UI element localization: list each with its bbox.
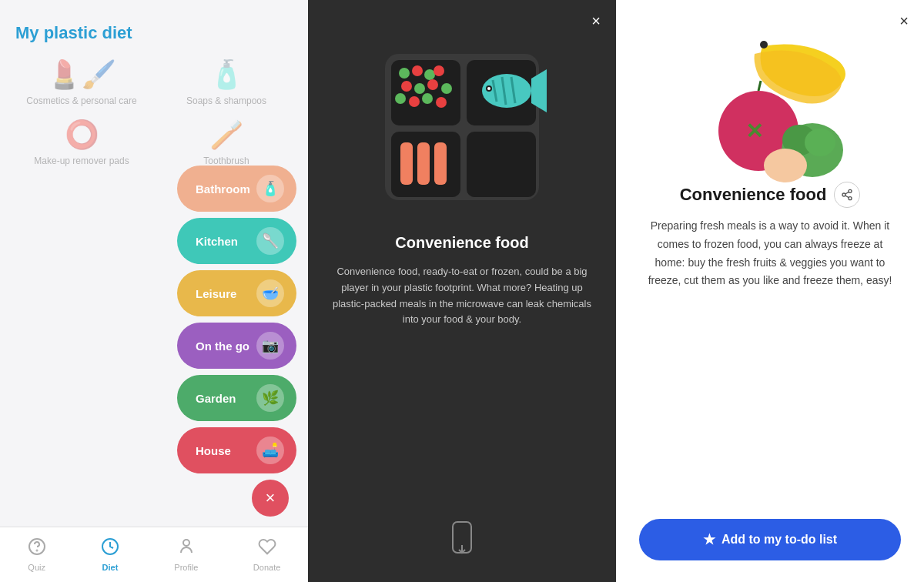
modal-description: Convenience food, ready-to-eat or frozen… <box>308 252 616 340</box>
svg-point-16 <box>436 97 447 108</box>
leisure-icon: 🥣 <box>256 279 284 307</box>
category-menu: Bathroom 🧴 Kitchen 🥄 Leisure 🥣 On the go… <box>177 166 296 473</box>
nav-profile[interactable]: Profile <box>174 537 198 572</box>
food-tray-svg <box>377 46 547 208</box>
donate-label: Donate <box>253 563 280 572</box>
right-description: Preparing fresh meals is a way to avoid … <box>639 217 901 290</box>
grid-item-soaps: 🧴 Soaps & shampoos <box>160 59 293 106</box>
app-title: My plastic diet <box>0 0 308 59</box>
svg-point-10 <box>414 83 425 94</box>
grid-item-toothbrush: 🪥 Toothbrush <box>160 119 293 166</box>
svg-point-11 <box>427 79 438 90</box>
menu-item-onthego[interactable]: On the go 📷 <box>177 323 296 369</box>
profile-label: Profile <box>174 563 198 572</box>
modal-close-button[interactable]: × <box>591 12 601 30</box>
scroll-phone-icon <box>450 520 474 559</box>
makeup-label: Make-up remover pads <box>34 156 129 166</box>
svg-point-13 <box>395 93 406 104</box>
svg-point-1 <box>36 550 37 551</box>
star-icon: ★ <box>703 531 715 548</box>
menu-item-garden[interactable]: Garden 🌿 <box>177 375 296 421</box>
svg-point-5 <box>399 68 410 79</box>
scroll-hint <box>450 520 474 559</box>
menu-item-leisure[interactable]: Leisure 🥣 <box>177 270 296 316</box>
svg-point-2 <box>183 540 189 546</box>
house-icon: 🛋️ <box>256 436 284 464</box>
toothbrush-icon: 🪥 <box>209 119 244 151</box>
quiz-icon <box>28 537 46 560</box>
svg-line-38 <box>758 81 761 91</box>
bottom-nav: Quiz Diet Profile <box>0 527 308 582</box>
right-detail-panel: × ✕ Convenience food <box>616 0 924 582</box>
svg-point-37 <box>764 149 807 182</box>
soaps-label: Soaps & shampoos <box>186 95 266 106</box>
cosmetics-label: Cosmetics & personal care <box>26 95 136 106</box>
fruits-svg: ✕ <box>685 31 870 185</box>
svg-line-42 <box>845 196 849 198</box>
profile-icon <box>177 537 196 560</box>
svg-point-41 <box>849 197 852 200</box>
nav-quiz[interactable]: Quiz <box>28 537 46 572</box>
left-panel: My plastic diet 💄🖌️ Cosmetics & personal… <box>0 0 308 582</box>
svg-point-36 <box>805 129 835 156</box>
svg-point-39 <box>849 189 852 192</box>
svg-point-31 <box>760 41 768 48</box>
toothbrush-label: Toothbrush <box>203 156 249 166</box>
quiz-label: Quiz <box>28 563 45 572</box>
svg-point-7 <box>424 69 435 80</box>
donate-icon <box>258 537 276 560</box>
svg-rect-27 <box>417 142 430 185</box>
grid-item-makeup: ⭕ Make-up remover pads <box>15 119 148 166</box>
bathroom-icon: 🧴 <box>256 175 284 202</box>
grid-items: 💄🖌️ Cosmetics & personal care 🧴 Soaps & … <box>0 59 308 166</box>
nav-donate[interactable]: Donate <box>253 537 280 572</box>
nav-diet[interactable]: Diet <box>101 537 119 572</box>
svg-point-15 <box>422 93 433 104</box>
food-illustration <box>377 46 547 216</box>
modal-title: Convenience food <box>395 234 528 252</box>
svg-rect-29 <box>467 132 536 197</box>
add-todo-button[interactable]: ★ Add to my to-do list <box>639 519 901 560</box>
diet-label: Diet <box>102 563 119 572</box>
svg-point-14 <box>409 96 420 107</box>
right-title: Convenience food <box>680 182 861 208</box>
makeup-icon: ⭕ <box>65 119 99 151</box>
svg-rect-28 <box>434 142 447 185</box>
menu-item-house[interactable]: House 🛋️ <box>177 427 296 473</box>
svg-point-6 <box>412 65 423 76</box>
grid-item-cosmetics: 💄🖌️ Cosmetics & personal care <box>15 59 148 106</box>
svg-point-12 <box>441 83 452 94</box>
diet-icon <box>101 537 119 560</box>
svg-point-8 <box>434 65 444 76</box>
svg-point-9 <box>401 81 412 92</box>
menu-item-kitchen[interactable]: Kitchen 🥄 <box>177 218 296 264</box>
fruits-illustration: ✕ <box>685 31 855 169</box>
cosmetics-icon: 💄🖌️ <box>47 59 116 91</box>
kitchen-icon: 🥄 <box>256 227 284 255</box>
svg-rect-26 <box>400 142 413 185</box>
svg-text:✕: ✕ <box>745 119 763 143</box>
menu-item-bathroom[interactable]: Bathroom 🧴 <box>177 166 296 212</box>
svg-point-40 <box>842 193 845 196</box>
food-detail-modal: × <box>308 0 616 582</box>
close-fab-button[interactable]: × <box>252 480 289 517</box>
share-button[interactable] <box>834 182 860 208</box>
svg-point-24 <box>487 87 490 90</box>
soaps-icon: 🧴 <box>209 59 244 91</box>
onthego-icon: 📷 <box>256 332 284 360</box>
right-close-button[interactable]: × <box>899 12 909 30</box>
garden-icon: 🌿 <box>256 384 284 412</box>
svg-line-43 <box>845 192 849 194</box>
